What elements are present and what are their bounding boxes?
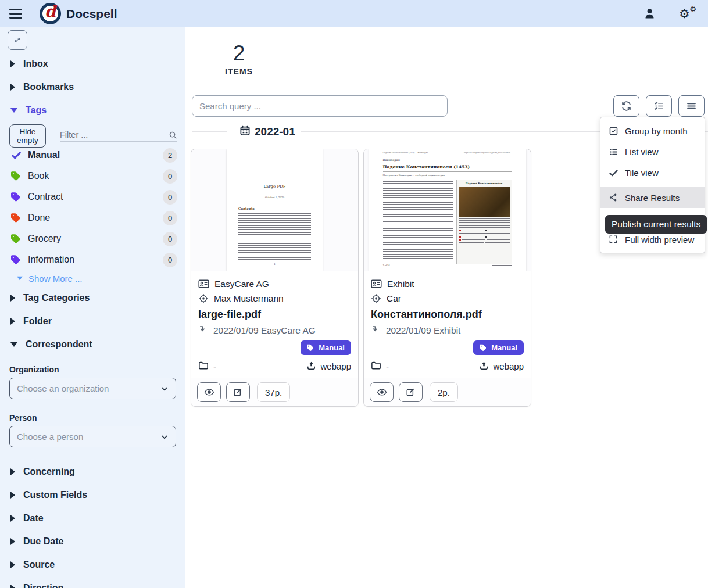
upload-icon [306, 361, 316, 372]
sidebar-item-bookmarks[interactable]: Bookmarks [0, 76, 185, 99]
tag-count-badge: 2 [163, 148, 177, 163]
chevron-down-icon [160, 385, 169, 393]
caret-right-icon [10, 295, 15, 302]
correspondent-org[interactable]: EasyCare AG [214, 279, 269, 289]
item-card[interactable]: Large PDF October 1, 2020 Contents 1 Eas… [191, 149, 359, 407]
sidebar-item-folder[interactable]: Folder [0, 310, 185, 333]
edit-icon [406, 387, 416, 397]
caret-right-icon [10, 585, 15, 588]
concerning-row: Max Mustermann [198, 291, 351, 306]
tag-item-manual[interactable]: Manual 2 [0, 145, 185, 166]
correspondent-row: Exhibit [371, 277, 524, 291]
sidebar-item-due-date[interactable]: Due Date [0, 530, 185, 553]
person-select[interactable]: Choose a person [9, 426, 176, 447]
tag-item-done[interactable]: Done 0 [0, 207, 185, 228]
refresh-button[interactable] [613, 95, 639, 117]
tag-name: Grocery [28, 234, 61, 244]
sidebar-item-date[interactable]: Date [0, 507, 185, 530]
sidebar-item-label: Custom Fields [23, 490, 87, 500]
tag-filter-field [60, 130, 177, 142]
address-card-icon [198, 278, 209, 289]
sidebar-item-tag-categories[interactable]: Tag Categories [0, 286, 185, 310]
tag-badge-manual[interactable]: Manual [473, 340, 524, 355]
settings-gears-icon[interactable]: ⚙⚙ [679, 6, 696, 21]
organization-label: Organization [0, 365, 185, 374]
search-query-input[interactable] [192, 95, 448, 117]
item-title[interactable]: large-file.pdf [198, 309, 351, 321]
organization-select[interactable]: Choose an organization [9, 378, 176, 399]
item-card[interactable]: Падение Константинополя (1453) — Википед… [363, 149, 531, 407]
sidebar-item-label: Folder [23, 316, 52, 327]
folder-icon [371, 360, 381, 372]
document-preview[interactable]: Падение Константинополя (1453) — Википед… [364, 149, 531, 271]
caret-down-icon [10, 342, 17, 347]
item-count-number: 2 [214, 42, 264, 65]
tag-filter-input[interactable] [60, 130, 169, 139]
view-menu-button[interactable] [678, 95, 705, 117]
tag-icon [11, 213, 22, 223]
checkbox-checked-icon [608, 126, 618, 136]
caret-down-icon [10, 108, 17, 113]
selection-mode-button[interactable] [646, 95, 672, 117]
sidebar-item-inbox[interactable]: Inbox [0, 52, 185, 76]
tag-count-badge: 0 [163, 253, 177, 267]
sidebar-item-label: Correspondent [26, 339, 92, 350]
wiki-infobox-image [459, 187, 510, 217]
correspondent-org[interactable]: Exhibit [387, 279, 414, 289]
sidebar-toggle-icon[interactable] [9, 9, 22, 19]
share-icon [608, 193, 618, 202]
wiki-infobox: Падение Константинополя [456, 180, 512, 264]
eye-icon [377, 387, 387, 397]
page-count-button[interactable]: 2p. [430, 382, 458, 402]
menu-item-tile-view[interactable]: Tile view [600, 162, 705, 183]
tag-name: Information [28, 254, 74, 265]
item-count: 2 ITEMS [214, 42, 264, 76]
edit-item-button[interactable] [226, 382, 250, 402]
sidebar-item-custom-fields[interactable]: Custom Fields [0, 483, 185, 507]
sidebar-item-label: Tag Categories [23, 293, 90, 303]
hide-empty-button[interactable]: Hide empty [9, 124, 46, 148]
caret-right-icon [10, 492, 15, 499]
preview-item-button[interactable] [197, 382, 221, 402]
tag-item-book[interactable]: Book 0 [0, 166, 185, 187]
tag-count-badge: 0 [163, 169, 177, 184]
concerning-person[interactable]: Car [387, 293, 401, 304]
docspell-logo[interactable]: d [40, 3, 61, 24]
menu-divider [600, 185, 705, 185]
menu-item-list-view[interactable]: List view [600, 141, 705, 162]
preview-title: Падение Константинополя (1453) [383, 164, 512, 172]
menu-bars-icon [686, 101, 697, 112]
tag-item-information[interactable]: Information 0 [0, 249, 185, 270]
tag-item-contract[interactable]: Contract 0 [0, 187, 185, 207]
diagonal-arrows-icon [13, 35, 22, 45]
document-preview[interactable]: Large PDF October 1, 2020 Contents 1 [191, 149, 358, 271]
caret-right-icon [10, 538, 15, 545]
sidebar-item-source[interactable]: Source [0, 553, 185, 576]
sidebar-item-concerning[interactable]: Concerning [0, 460, 185, 483]
concerning-person[interactable]: Max Mustermann [214, 293, 284, 304]
user-account-icon[interactable] [643, 8, 656, 20]
tag-badge-manual[interactable]: Manual [301, 340, 351, 355]
tag-icon [307, 344, 314, 352]
edit-icon [233, 387, 244, 397]
show-more-tags-link[interactable]: Show More ... [0, 270, 185, 286]
caret-right-icon [10, 515, 15, 522]
preview-item-button[interactable] [370, 382, 394, 402]
sidebar-item-direction[interactable]: Direction [0, 576, 185, 588]
sidebar-item-label: Direction [23, 583, 63, 588]
menu-item-group-by-month[interactable]: Group by month [600, 120, 705, 141]
sidebar-item-label: Due Date [23, 536, 63, 547]
item-title[interactable]: Константинополя.pdf [371, 309, 524, 321]
sidebar-item-tags[interactable]: Tags [0, 99, 185, 122]
page-count-button[interactable]: 37p. [257, 382, 290, 402]
arrow-turn-down-icon [371, 325, 380, 336]
sidebar-item-correspondent[interactable]: Correspondent [0, 333, 185, 356]
tag-item-grocery[interactable]: Grocery 0 [0, 228, 185, 249]
item-date-row: 2022/01/09 EasyCare AG [198, 323, 351, 338]
caret-right-icon [10, 468, 15, 475]
collapse-sidebar-button[interactable] [8, 30, 27, 50]
edit-item-button[interactable] [399, 382, 423, 402]
menu-item-share-results[interactable]: Share Results [600, 187, 705, 208]
search-icon [169, 131, 177, 139]
item-date: 2022/01/09 EasyCare AG [213, 325, 316, 336]
